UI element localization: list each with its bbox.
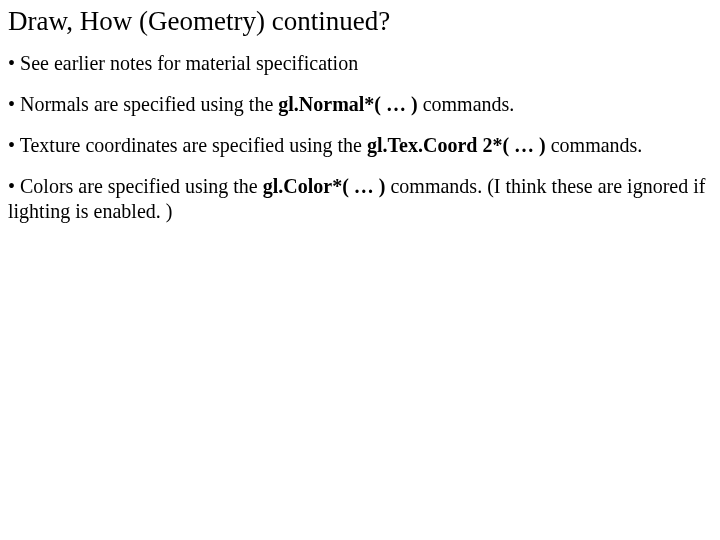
bullet-text-post: commands. — [418, 93, 515, 115]
slide: Draw, How (Geometry) continued? • See ea… — [0, 0, 720, 248]
bullet-text-bold: gl.Tex.Coord 2*( … ) — [367, 134, 546, 156]
bullet-text-pre: • Texture coordinates are specified usin… — [8, 134, 367, 156]
bullet-item: • Colors are specified using the gl.Colo… — [8, 174, 712, 224]
bullet-text-pre: • Normals are specified using the — [8, 93, 278, 115]
bullet-item: • Normals are specified using the gl.Nor… — [8, 92, 712, 117]
bullet-text: • See earlier notes for material specifi… — [8, 52, 358, 74]
bullet-text-bold: gl.Normal*( … ) — [278, 93, 417, 115]
bullet-text-bold: gl.Color*( … ) — [263, 175, 386, 197]
bullet-item: • Texture coordinates are specified usin… — [8, 133, 712, 158]
bullet-item: • See earlier notes for material specifi… — [8, 51, 712, 76]
bullet-text-post: commands. — [546, 134, 643, 156]
bullet-text-pre: • Colors are specified using the — [8, 175, 263, 197]
slide-title: Draw, How (Geometry) continued? — [8, 6, 712, 37]
